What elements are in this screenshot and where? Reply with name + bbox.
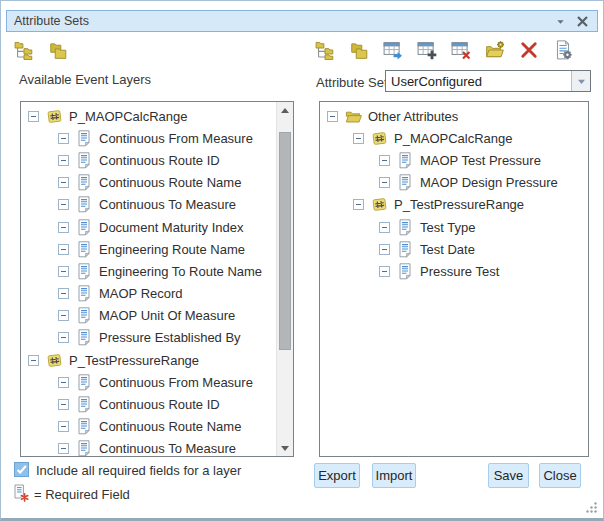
tree-expander[interactable] — [28, 111, 39, 122]
tree-item[interactable]: MAOP Design Pressure — [320, 172, 588, 194]
dropdown-arrow-button[interactable] — [571, 71, 590, 91]
toolbar-row — [1, 39, 603, 63]
tree-item[interactable]: Document Maturity Index — [21, 216, 276, 238]
tree-item[interactable]: Continuous Route ID — [21, 149, 276, 171]
tree-expander[interactable] — [58, 155, 69, 166]
attribute-set-value: UserConfigured — [386, 74, 571, 89]
document-icon — [76, 329, 93, 346]
tree-expander[interactable] — [327, 111, 338, 122]
remove-table-button[interactable] — [450, 39, 472, 61]
close-dialog-button[interactable]: Close — [539, 463, 581, 488]
tree-item[interactable]: P_MAOPCalcRange — [21, 105, 276, 127]
export-button[interactable]: Export — [314, 463, 360, 488]
document-icon — [76, 130, 93, 147]
tree-item-label: Continuous From Measure — [99, 375, 253, 390]
add-table-button[interactable] — [416, 39, 438, 61]
tree-item-label: Document Maturity Index — [99, 220, 244, 235]
tree-expander[interactable] — [353, 199, 364, 210]
tree-expander[interactable] — [58, 244, 69, 255]
document-icon — [76, 396, 93, 413]
resize-grip[interactable] — [585, 501, 598, 514]
tree-item[interactable]: Continuous To Measure — [21, 194, 276, 216]
export-table-button[interactable] — [382, 39, 404, 61]
include-required-fields-checkbox[interactable] — [14, 462, 29, 477]
tree-item-label: Test Type — [420, 220, 475, 235]
document-icon — [76, 418, 93, 435]
tree-item[interactable]: Engineering Route Name — [21, 238, 276, 260]
attribute-set-properties-button[interactable] — [552, 39, 574, 61]
tree-expander[interactable] — [353, 133, 364, 144]
tree-item[interactable]: MAOP Test Pressure — [320, 149, 588, 171]
scrollbar-down-button[interactable] — [277, 440, 293, 456]
attribute-set-dropdown[interactable]: UserConfigured — [385, 70, 591, 92]
document-icon — [76, 219, 93, 236]
tree-item[interactable]: Test Type — [320, 216, 588, 238]
tree-expander[interactable] — [58, 266, 69, 277]
tree-expander[interactable] — [58, 133, 69, 144]
tree-item[interactable]: Other Attributes — [320, 105, 588, 127]
event-layer-icon — [46, 352, 63, 369]
expand-attribute-tree-button[interactable] — [314, 39, 336, 61]
tree-expander[interactable] — [58, 222, 69, 233]
tree-item[interactable]: Continuous To Measure — [21, 438, 276, 456]
tree-item[interactable]: Continuous Route ID — [21, 393, 276, 415]
delete-attribute-button[interactable] — [518, 39, 540, 61]
tree-expander[interactable] — [58, 199, 69, 210]
tree-item[interactable]: P_MAOPCalcRange — [320, 127, 588, 149]
document-icon — [397, 241, 414, 258]
scrollbar-up-button[interactable] — [277, 102, 293, 118]
open-event-layers-folder-button[interactable] — [47, 39, 69, 61]
tree-item-label: Continuous From Measure — [99, 131, 253, 146]
open-attribute-folder-button[interactable] — [348, 39, 370, 61]
tree-expander[interactable] — [58, 443, 69, 454]
attribute-set-label: Attribute Set: — [316, 75, 391, 90]
tree-expander[interactable] — [58, 421, 69, 432]
tree-expander[interactable] — [58, 177, 69, 188]
tree-expander[interactable] — [379, 222, 390, 233]
tree-expander[interactable] — [379, 177, 390, 188]
tree-item[interactable]: MAOP Unit Of Measure — [21, 305, 276, 327]
scrollbar-track[interactable] — [276, 102, 293, 456]
table-plus-icon — [417, 40, 437, 60]
tree-expander[interactable] — [28, 355, 39, 366]
event-layer-icon — [371, 130, 388, 147]
folder-gear-icon — [485, 40, 505, 60]
tree-item[interactable]: Pressure Established By — [21, 327, 276, 349]
tree-expander[interactable] — [379, 155, 390, 166]
tree-item[interactable]: P_TestPressureRange — [320, 194, 588, 216]
tree-item[interactable]: Continuous From Measure — [21, 127, 276, 149]
expand-event-layers-tree-button[interactable] — [13, 39, 35, 61]
close-icon[interactable] — [574, 13, 590, 29]
tree-expander[interactable] — [58, 310, 69, 321]
tree-expander[interactable] — [58, 377, 69, 388]
new-attribute-set-button[interactable] — [484, 39, 506, 61]
tree-item-label: P_MAOPCalcRange — [69, 109, 188, 124]
tree-item-label: P_MAOPCalcRange — [394, 131, 513, 146]
tree-item-label: MAOP Test Pressure — [420, 153, 541, 168]
tree-item-label: Continuous Route Name — [99, 175, 241, 190]
tree-expander[interactable] — [379, 266, 390, 277]
tree-expander[interactable] — [379, 244, 390, 255]
tree-expander[interactable] — [58, 288, 69, 299]
tree-item[interactable]: P_TestPressureRange — [21, 349, 276, 371]
tree-expander[interactable] — [58, 399, 69, 410]
table-x-icon — [451, 40, 471, 60]
folders-icon — [349, 40, 369, 60]
tree-item[interactable]: Continuous From Measure — [21, 371, 276, 393]
document-icon — [76, 374, 93, 391]
tree-item[interactable]: Continuous Route Name — [21, 416, 276, 438]
save-button[interactable]: Save — [488, 463, 529, 488]
tree-item[interactable]: Continuous Route Name — [21, 172, 276, 194]
tree-item[interactable]: Engineering To Route Name — [21, 260, 276, 282]
tree-item-label: P_TestPressureRange — [69, 353, 199, 368]
event-layer-icon — [371, 196, 388, 213]
tree-item[interactable]: Test Date — [320, 238, 588, 260]
document-icon — [76, 263, 93, 280]
tree-item[interactable]: Pressure Test — [320, 260, 588, 282]
tree-item[interactable]: MAOP Record — [21, 283, 276, 305]
import-button[interactable]: Import — [372, 463, 416, 488]
caret-down-icon[interactable] — [552, 13, 568, 29]
scrollbar-thumb[interactable] — [279, 132, 291, 350]
required-field-label: = Required Field — [34, 487, 130, 502]
tree-expander[interactable] — [58, 332, 69, 343]
